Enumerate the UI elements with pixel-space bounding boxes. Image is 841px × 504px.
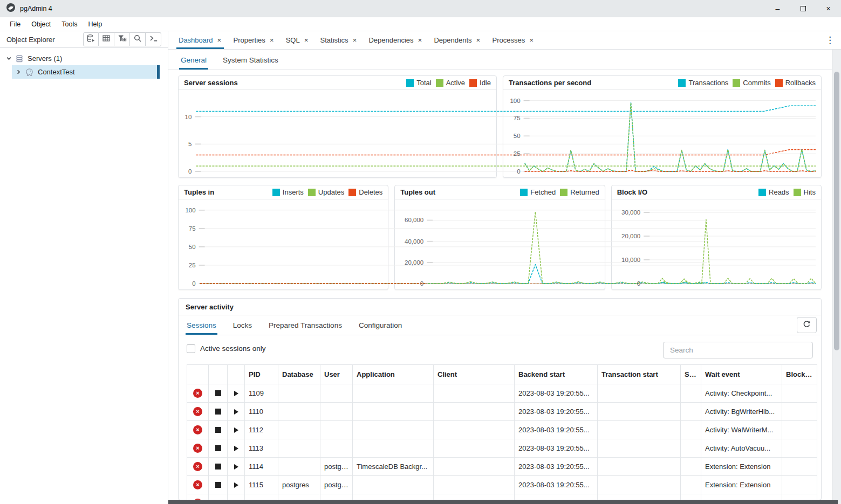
cell-database [278,421,320,439]
refresh-button[interactable] [797,317,817,333]
cell-transaction_start [598,403,681,421]
tab-statistics[interactable]: Statistics× [314,31,363,49]
close-button[interactable]: × [816,0,841,17]
activity-tab-prepared-transactions[interactable]: Prepared Transactions [268,315,343,335]
legend-item-updates: Updates [308,188,344,196]
terminate-session-button[interactable]: × [193,389,202,398]
vertical-scrollbar[interactable] [832,50,841,504]
cell-wait_event: Activity: WalWriterM... [701,421,782,439]
legend-chip-updates [308,189,316,196]
menu-help[interactable]: Help [83,19,107,30]
cancel-query-button[interactable] [215,445,221,451]
cell-backend_start: 2023-08-03 19:20:55... [515,476,598,494]
terminate-session-button[interactable]: × [193,480,202,489]
column-header-blocking: Blocking [782,365,817,384]
legend-tuples-in: InsertsUpdatesDeletes [268,188,383,196]
legend-chip-fetched [520,189,528,196]
expand-row-button[interactable] [234,409,238,415]
search-input[interactable] [663,342,813,358]
column-header-user: User [320,365,353,384]
activity-tab-locks[interactable]: Locks [232,315,253,335]
cell-state [681,384,701,403]
search-objects-button[interactable] [130,32,146,46]
tab-processes[interactable]: Processes× [486,31,539,49]
svg-text:50: 50 [514,133,521,139]
legend-item-active: Active [436,79,465,87]
tab-close-icon[interactable]: × [476,36,481,44]
chart-title-tuples-in: Tuples in [184,188,214,196]
legend-item-inserts: Inserts [272,188,304,196]
table-row: ×11132023-08-03 19:20:55...Activity: Aut… [187,439,817,458]
legend-label: Commits [743,79,770,87]
filtered-rows-button[interactable] [114,32,130,46]
query-tool-button[interactable] [146,32,161,46]
tab-dashboard[interactable]: Dashboard× [173,31,228,49]
subtab-general[interactable]: General [181,56,207,70]
menu-object[interactable]: Object [26,19,56,30]
cancel-query-button[interactable] [215,482,221,488]
menu-tools[interactable]: Tools [56,19,83,30]
expand-row-button[interactable] [234,464,238,470]
minimize-icon: – [776,4,780,13]
column-header-icon-2 [228,365,245,384]
expand-row-button[interactable] [234,446,238,451]
terminate-session-button[interactable]: × [193,444,202,453]
cancel-query-button[interactable] [215,390,221,396]
active-sessions-checkbox[interactable] [187,344,195,353]
cell-pid: 1114 [245,458,278,476]
expand-row-button[interactable] [234,391,238,396]
chevron-right-icon[interactable] [15,69,22,75]
view-data-button[interactable] [99,32,114,46]
terminate-session-button[interactable]: × [193,499,202,500]
cancel-query-button[interactable] [215,464,221,470]
kebab-menu-icon[interactable]: ⋮ [825,36,835,45]
cell-client [434,439,515,458]
terminate-session-button[interactable]: × [193,462,202,471]
legend-chip-active [436,79,443,87]
terminate-session-button[interactable]: × [193,407,202,416]
tab-close-icon[interactable]: × [418,36,422,44]
cancel-query-button[interactable] [215,427,221,433]
subtab-system-statistics[interactable]: System Statistics [223,56,278,70]
maximize-button[interactable] [790,0,816,17]
activity-tab-configuration[interactable]: Configuration [358,315,403,335]
tab-dependencies[interactable]: Dependencies× [363,31,428,49]
tab-dependents[interactable]: Dependents× [428,31,486,49]
legend-item-idle: Idle [469,79,491,87]
tab-close-icon[interactable]: × [304,36,309,44]
cell-pid: 1113 [245,439,278,458]
cell-transaction_start [598,494,681,500]
cell-pid: 1112 [245,421,278,439]
dashboard-subtabs: GeneralSystem Statistics [168,50,832,70]
cell-user: postgr... [320,458,353,476]
expand-row-button[interactable] [234,427,238,433]
tab-close-icon[interactable]: × [353,36,357,44]
tab-close-icon[interactable]: × [270,36,274,44]
cell-transaction_start [598,384,681,403]
tab-properties[interactable]: Properties× [228,31,280,49]
menu-file[interactable]: File [4,19,26,30]
tab-close-icon[interactable]: × [217,36,222,44]
minimize-button[interactable]: – [765,0,790,17]
cell-state [681,403,701,421]
title-bar: pgAdmin 4 – × [0,0,841,17]
chevron-down-icon[interactable] [5,56,12,61]
svg-text:5: 5 [188,141,192,147]
tab-label: Processes [492,36,525,44]
column-header-transaction-start: Transaction start [598,365,681,384]
cell-blocking [782,476,817,494]
tree-item-contexttest[interactable]: ContextTest [12,65,160,79]
horizontal-scrollbar[interactable] [168,500,838,504]
servers-button[interactable] [83,32,99,46]
tab-sql[interactable]: SQL× [280,31,314,49]
postgres-elephant-icon [25,68,34,77]
tab-close-icon[interactable]: × [529,36,534,44]
expand-row-button[interactable] [234,482,238,488]
tree-item-servers-1[interactable]: Servers (1) [0,52,168,65]
charts-row-2: Tuples inInsertsUpdatesDeletes0255075100… [178,185,822,290]
vertical-scrollbar-thumb[interactable] [834,72,839,350]
activity-tab-sessions[interactable]: Sessions [186,315,217,335]
terminate-session-button[interactable]: × [193,425,202,434]
cancel-query-button[interactable] [215,409,221,415]
legend-label: Total [416,79,431,87]
